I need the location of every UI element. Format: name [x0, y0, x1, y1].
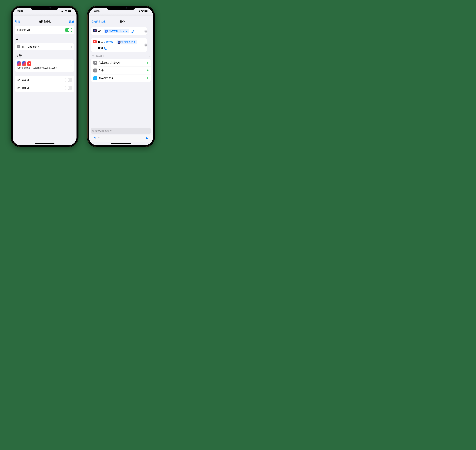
shortcuts-app-icon [93, 29, 97, 32]
result-token-icon [118, 41, 121, 44]
back-label: 编辑自动化 [93, 20, 105, 23]
search-placeholder: 搜索 App 和操作 [95, 130, 112, 132]
clock: 09:41 [17, 10, 23, 12]
notification-text[interactable]: 完成拉取： [104, 40, 116, 44]
search-input[interactable]: 搜索 App 和操作 [91, 128, 151, 134]
shortcut-token-label: 自动拉取 Obsidian [109, 29, 128, 33]
clock: 09:41 [94, 10, 99, 12]
battery-icon [68, 10, 72, 12]
wifi-icon [141, 10, 144, 12]
suggestion-if[interactable]: 如果 + [91, 66, 151, 74]
back-button[interactable]: 编辑自动化 [92, 20, 105, 23]
svg-rect-20 [94, 78, 96, 78]
svg-rect-0 [62, 11, 62, 12]
enable-card: 启用此自动化 [15, 26, 74, 34]
suggestion-label: 停止执行此快捷指令 [99, 61, 145, 64]
toolbar [89, 135, 153, 142]
sheet-background [89, 16, 153, 18]
svg-rect-18 [95, 62, 96, 63]
screen-left: 09:41 取消 编辑自动化 完成 启用此自动化 当 [13, 8, 76, 145]
home-indicator [89, 142, 153, 145]
delete-action-button[interactable]: ✕ [144, 43, 147, 47]
svg-rect-12 [145, 11, 147, 12]
menu-icon [93, 76, 97, 80]
svg-rect-9 [139, 11, 140, 12]
suggestion-menu[interactable]: 从菜单中选取 + [91, 74, 151, 82]
svg-rect-19 [94, 78, 96, 78]
chevron-icon: › [71, 45, 72, 48]
svg-line-23 [94, 131, 94, 132]
notify-label: 运行时通知 [17, 86, 63, 90]
add-icon[interactable]: + [146, 68, 149, 73]
suggestions-header[interactable]: 下个操作建议 ⌄ [91, 54, 151, 59]
cancel-button[interactable]: 取消 [15, 20, 20, 23]
svg-rect-13 [148, 11, 148, 11]
notch [107, 6, 135, 10]
svg-rect-8 [139, 11, 139, 12]
branch-icon [93, 69, 97, 72]
chevron-down-icon: ⌄ [148, 55, 150, 58]
phone-right: 09:41 编辑自动化 操作 运行 [87, 6, 155, 147]
do-card[interactable]: 运行快捷指令、运行快捷指令和显示通知 › [15, 59, 74, 72]
svg-rect-17 [118, 41, 120, 43]
action-verb: 运行 [98, 29, 103, 33]
svg-rect-10 [140, 10, 140, 12]
result-token[interactable]: 快捷指令结果 [116, 40, 137, 44]
connector [121, 36, 121, 38]
trigger-row[interactable]: 打开"Obsidian"时 › [15, 43, 74, 50]
enable-row[interactable]: 启用此自动化 [15, 26, 74, 34]
enable-toggle[interactable] [65, 28, 72, 32]
navbar: 取消 编辑自动化 完成 [13, 18, 76, 25]
ask-toggle[interactable] [65, 78, 72, 82]
cellular-icon [62, 10, 64, 12]
suggestions-title: 下个操作建议 [92, 55, 104, 58]
notification-icon [93, 40, 97, 43]
done-button[interactable]: 完成 [69, 20, 74, 23]
add-icon[interactable]: + [146, 76, 149, 80]
action-run-shortcut[interactable]: 运行 自动拉取 Obsidian › ✕ [91, 27, 147, 35]
shortcuts-icon [22, 61, 26, 66]
when-card: 打开"Obsidian"时 › [15, 43, 74, 50]
run-button[interactable] [145, 136, 149, 140]
navbar: 编辑自动化 操作 [89, 18, 153, 25]
content-right: 运行 自动拉取 Obsidian › ✕ [89, 25, 153, 126]
svg-rect-7 [138, 11, 138, 12]
action-show-notification[interactable]: 显示 完成拉取： 快捷指令结果 通知 › ✕ [91, 38, 147, 52]
redo-button [97, 136, 101, 140]
do-desc: 运行快捷指令、运行快捷指令和显示通知 [17, 67, 70, 70]
notify-toggle[interactable] [65, 86, 72, 90]
action-verb: 显示 [98, 40, 103, 44]
undo-button[interactable] [93, 136, 97, 140]
suggestion-stop[interactable]: 停止执行此快捷指令 + [91, 59, 151, 66]
navbar-title: 操作 [120, 20, 125, 23]
open-app-icon [17, 45, 20, 48]
notification-icon [27, 61, 31, 66]
delete-action-button[interactable]: ✕ [144, 30, 147, 33]
disclose-button[interactable]: › [131, 30, 134, 33]
when-header: 当 [15, 38, 74, 42]
action-suffix: 通知 [98, 46, 103, 50]
add-icon[interactable]: + [146, 60, 149, 65]
content-left: 启用此自动化 当 打开"Obsidian"时 › 执行 [13, 25, 76, 142]
disclose-button[interactable]: › [104, 47, 107, 50]
suggestion-label: 从菜单中选取 [99, 77, 145, 80]
wifi-icon [65, 10, 67, 12]
options-card: 运行前询问 运行时通知 [15, 76, 74, 92]
action-text: 显示 完成拉取： 快捷指令结果 通知 › [98, 40, 145, 50]
screen-right: 09:41 编辑自动化 操作 运行 [89, 8, 153, 145]
chevron-icon: › [71, 64, 72, 67]
drawer-handle[interactable] [118, 127, 124, 127]
notify-row[interactable]: 运行时通知 [15, 84, 74, 92]
svg-rect-1 [62, 11, 63, 12]
svg-rect-2 [63, 11, 63, 12]
ask-row[interactable]: 运行前询问 [15, 76, 74, 84]
cellular-icon [138, 10, 140, 12]
do-icons [17, 61, 70, 66]
notch [30, 6, 59, 10]
shortcuts-icon [17, 61, 21, 66]
svg-rect-21 [94, 79, 96, 79]
navbar-title: 编辑自动化 [39, 20, 51, 23]
svg-rect-5 [68, 11, 71, 12]
svg-rect-6 [71, 11, 72, 11]
shortcut-token[interactable]: 自动拉取 Obsidian [104, 29, 129, 33]
